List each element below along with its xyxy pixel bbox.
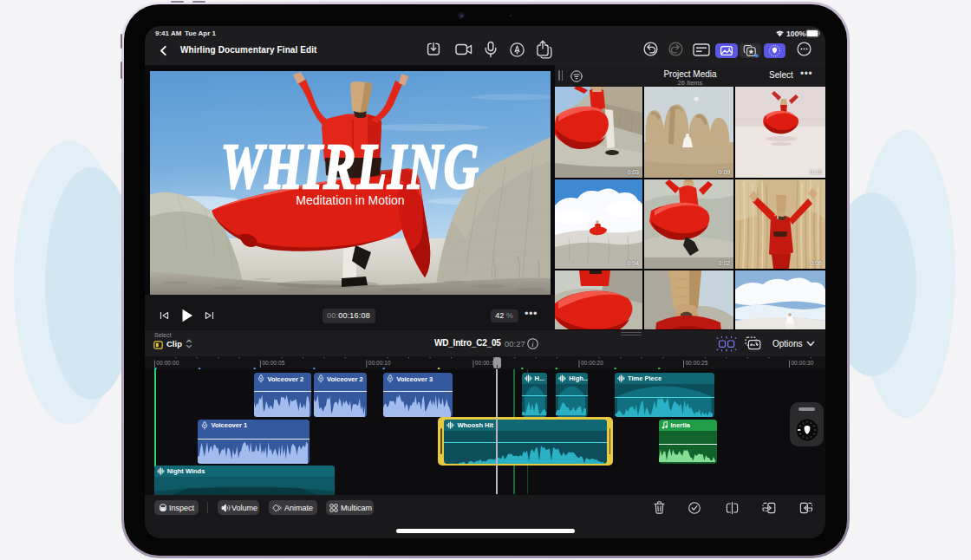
svg-text:100%: 100% xyxy=(786,29,805,38)
svg-text:i: i xyxy=(531,340,534,348)
